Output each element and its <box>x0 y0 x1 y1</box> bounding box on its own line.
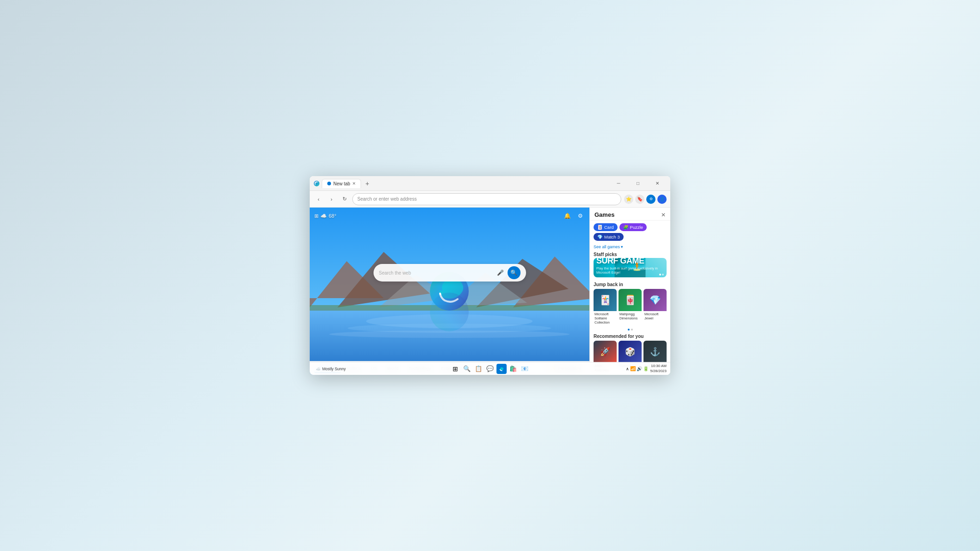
tab-label: New tab <box>333 181 350 186</box>
taskbar-center: ⊞ 🔍 📋 💬 🛍️ 📧 <box>450 364 530 374</box>
jewel-name: Microsoft Jewel <box>643 311 667 320</box>
taskbar-weather-label: Mostly Sunny <box>322 367 346 371</box>
collections-icon[interactable]: ⭐ <box>624 195 633 204</box>
grid-icon: ⊞ <box>314 213 318 219</box>
game-tab-match3[interactable]: 💎 Match 3 <box>594 233 624 241</box>
jump-back-dots <box>590 327 670 332</box>
games-panel-close[interactable]: ✕ <box>661 212 666 218</box>
dot-1 <box>659 274 661 276</box>
taskbar-weather-icon: ☁️ <box>316 367 321 371</box>
taskbar-left: ☁️ Mostly Sunny <box>313 366 348 372</box>
chevron-tray-icon[interactable]: ∧ <box>626 367 629 371</box>
task-view-icon[interactable]: 📋 <box>473 364 484 374</box>
search-button[interactable]: 🔍 <box>508 266 521 279</box>
staff-picks-card[interactable]: SURF GAME Play the built-in surf game ex… <box>594 258 667 277</box>
clock[interactable]: 10:30 AM 5/28/2023 <box>650 364 667 373</box>
address-bar-right: ⭐ 🔖 ⚙ 👤 <box>624 195 667 204</box>
browser-window: New tab ✕ + ─ □ ✕ ‹ › ↻ Search or enter … <box>310 176 670 375</box>
jewel-thumbnail: 💎 <box>643 289 667 311</box>
settings-icon[interactable]: ⚙ <box>646 195 655 204</box>
chat-icon[interactable]: 💬 <box>485 364 495 374</box>
weather-widget[interactable]: ⊞ ☁️ 68° <box>314 213 337 219</box>
title-bar: New tab ✕ + ─ □ ✕ <box>310 176 670 191</box>
battery-icon[interactable]: 🔋 <box>643 366 649 371</box>
notification-icon[interactable]: 🔔 <box>563 211 572 220</box>
temperature: 68° <box>329 213 337 219</box>
network-icon[interactable]: 📶 <box>630 366 636 371</box>
refresh-button[interactable]: ↻ <box>339 194 349 204</box>
mahjong-card[interactable]: 🀄 Mahjongg Dimensions <box>619 289 642 324</box>
game-tab-card[interactable]: 🃏 Card <box>594 223 618 231</box>
window-controls: ─ □ ✕ <box>609 178 667 190</box>
search-taskbar-icon[interactable]: 🔍 <box>462 364 472 374</box>
search-container: Search the web 🎤 🔍 <box>374 264 526 282</box>
new-tab-page: ⊞ ☁️ 68° 🔔 ⚙ Search the web 🎤 🔍 <box>310 208 589 375</box>
edge-taskbar-icon[interactable] <box>496 364 507 374</box>
solitaire-name: Microsoft Solitaire Collection <box>594 311 617 324</box>
staff-picks-image: SURF GAME Play the built-in surf game ex… <box>594 258 667 277</box>
puzzle-label: Puzzle <box>630 225 643 230</box>
microphone-icon[interactable]: 🎤 <box>497 269 504 276</box>
taskbar: ☁️ Mostly Sunny ⊞ 🔍 📋 💬 🛍️ 📧 ∧ 📶 <box>310 362 670 375</box>
search-box: Search the web 🎤 🔍 <box>374 264 526 282</box>
see-all-games-link[interactable]: See all games ▾ <box>590 244 670 250</box>
settings-page-icon[interactable]: ⚙ <box>576 211 585 220</box>
games-panel-header: Games ✕ <box>590 208 670 220</box>
url-text: Search or enter web address <box>357 196 416 202</box>
game-tab-puzzle[interactable]: 🧩 Puzzle <box>619 223 647 231</box>
svg-point-15 <box>430 293 469 331</box>
dot-2 <box>662 274 664 276</box>
games-panel-title: Games <box>594 211 614 218</box>
mahjong-name: Mahjongg Dimensions <box>619 311 642 320</box>
games-panel: Games ✕ 🃏 Card 🧩 Puzzle 💎 Match 3 <box>589 208 670 375</box>
jump-dot-2 <box>631 329 633 331</box>
new-tab-button[interactable]: + <box>363 179 372 188</box>
start-button[interactable]: ⊞ <box>450 364 460 374</box>
address-bar: ‹ › ↻ Search or enter web address ⭐ 🔖 ⚙ … <box>310 191 670 208</box>
puzzle-icon: 🧩 <box>623 225 629 230</box>
jump-dot-1 <box>628 329 630 331</box>
svg-point-1 <box>327 182 331 185</box>
favorites-icon[interactable]: 🔖 <box>635 195 644 204</box>
chevron-down-icon: ▾ <box>621 245 623 249</box>
url-input[interactable]: Search or enter web address <box>352 193 621 205</box>
card-icon: 🃏 <box>597 225 603 230</box>
forward-button[interactable]: › <box>326 194 337 204</box>
toolbar-right: 🔔 ⚙ <box>563 211 585 220</box>
back-button[interactable]: ‹ <box>313 194 324 204</box>
maximize-button[interactable]: □ <box>629 178 647 190</box>
mahjong-thumbnail: 🀄 <box>619 289 642 311</box>
minimize-button[interactable]: ─ <box>609 178 628 190</box>
profile-icon[interactable]: 👤 <box>657 195 667 204</box>
jewel-card[interactable]: 💎 Microsoft Jewel <box>643 289 667 324</box>
active-tab[interactable]: New tab ✕ <box>322 179 361 188</box>
solitaire-thumbnail: 🃏 <box>594 289 617 311</box>
edge-favicon <box>313 180 320 187</box>
svg-point-12 <box>329 331 570 338</box>
mail-icon[interactable]: 📧 <box>520 364 530 374</box>
surf-game-title: SURF GAME <box>596 258 664 266</box>
game-category-tabs: 🃏 Card 🧩 Puzzle 💎 Match 3 <box>590 220 670 244</box>
solitaire-card[interactable]: 🃏 Microsoft Solitaire Collection <box>594 289 617 324</box>
taskbar-right: ∧ 📶 🔊 🔋 10:30 AM 5/28/2023 <box>626 364 667 373</box>
tab-close-btn[interactable]: ✕ <box>352 181 356 186</box>
see-all-label: See all games <box>594 245 620 249</box>
browser-content: ⊞ ☁️ 68° 🔔 ⚙ Search the web 🎤 🔍 <box>310 208 670 375</box>
taskbar-weather[interactable]: ☁️ Mostly Sunny <box>313 366 348 372</box>
jump-back-label: Jump back in <box>590 280 670 288</box>
staff-picks-carousel-dots <box>659 274 664 276</box>
store-icon[interactable]: 🛍️ <box>508 364 518 374</box>
landscape-background <box>310 208 589 375</box>
search-input-text: Search the web <box>379 270 493 276</box>
cubis-thumbnail: 🎲 <box>619 341 642 363</box>
jump-back-grid: 🃏 Microsoft Solitaire Collection 🀄 Mahjo… <box>590 288 670 327</box>
atari-thumbnail: 🚀 <box>594 341 617 363</box>
volume-icon[interactable]: 🔊 <box>637 366 642 371</box>
match-icon: 💎 <box>597 234 603 239</box>
close-button[interactable]: ✕ <box>648 178 667 190</box>
card-label: Card <box>604 225 614 230</box>
tab-favicon <box>327 181 331 186</box>
match-label: Match 3 <box>604 234 620 239</box>
recommended-label: Recommended for you <box>590 332 670 340</box>
page-toolbar: ⊞ ☁️ 68° 🔔 ⚙ <box>314 211 585 220</box>
